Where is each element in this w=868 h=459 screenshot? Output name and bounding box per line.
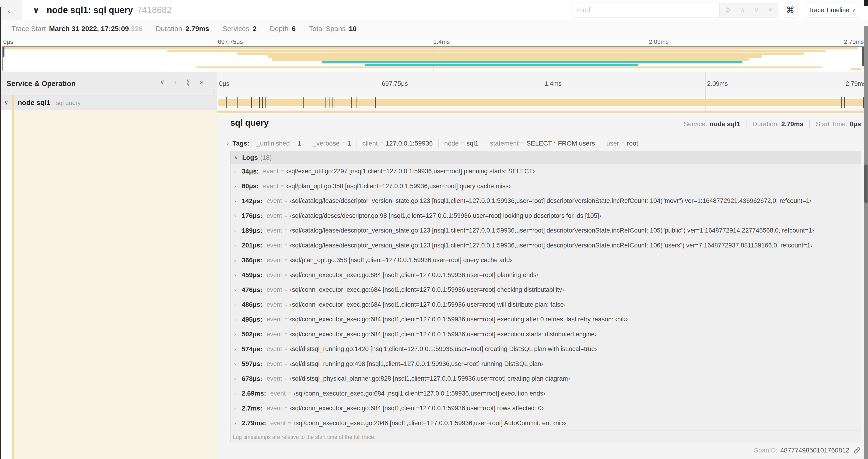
log-timestamp: 2.7ms: [242, 405, 262, 412]
minimap-span-bar [237, 53, 804, 55]
span-row-timeline-cell [217, 95, 868, 110]
expand-all-icon[interactable]: » [200, 79, 204, 86]
log-entry[interactable]: › 502μs: event = ‹sql/conn_executor_exec… [230, 327, 861, 342]
equals-sign: = [284, 316, 287, 323]
locate-icon[interactable] [724, 6, 731, 13]
log-field-key: event [263, 183, 278, 190]
log-entry[interactable]: › 142μs: event = ‹sql/catalog/lease/desc… [230, 194, 861, 208]
minimap-span-row [3, 47, 864, 50]
page-header: ← ∨ node sql1: sql query7418682 ∧ ∨ ✕ ⌘ … [0, 0, 868, 20]
collapse-all-icon[interactable]: ∨∨ [186, 79, 190, 86]
tag: user = root [600, 139, 644, 147]
equals-sign: = [284, 257, 287, 263]
equals-sign: = [284, 227, 287, 234]
chevron-down-icon: ∨ [234, 155, 238, 161]
log-entry[interactable]: › 2.79ms: event = ‹sql/conn_executor_exe… [230, 416, 861, 431]
equals-sign: = [284, 213, 287, 219]
span-bar[interactable] [218, 99, 865, 106]
scrollbar-thumb[interactable] [864, 164, 868, 203]
log-timestamp: 459μs: [242, 271, 262, 279]
log-timestamp: 142μs: [242, 197, 262, 205]
find-tools: ∧ ∨ ✕ [719, 3, 778, 17]
span-row-labels: node sql1 sql query [18, 99, 81, 107]
tag-key: statement [490, 140, 519, 147]
tags-toggle-row[interactable]: › Tags: _unfinished = 1 _verbose = 1 cli… [227, 137, 861, 150]
minimap-right-scrubber[interactable] [862, 47, 864, 66]
service-name: node sql1 [18, 99, 51, 107]
clear-search-icon[interactable]: ✕ [768, 6, 773, 14]
meta-value: node sql1 [710, 120, 740, 128]
find-input[interactable] [571, 3, 719, 17]
log-entry[interactable]: › 597μs: event = ‹sql/distsql_running.go… [230, 357, 861, 371]
trace-view-selector[interactable]: Trace Timeline ∨ [803, 3, 861, 18]
ruler-tick: 2.09ms [705, 80, 728, 88]
log-field-key: event [267, 257, 282, 264]
equals-sign: = [284, 346, 287, 352]
tag-key: node [444, 140, 459, 147]
chevron-down-icon[interactable]: ∨ [4, 99, 8, 106]
next-result-icon[interactable]: ∨ [754, 6, 759, 14]
log-field-value: ‹sql/conn_executor_exec.go:684 [nsql1,cl… [290, 286, 564, 293]
span-row-name-cell[interactable]: ∨ node sql1 sql query [0, 95, 217, 110]
minimap-span-row [3, 66, 864, 68]
tag: client = 127.0.0.1:59936 [356, 139, 438, 147]
chevron-right-icon: › [234, 198, 242, 204]
minimap-canvas[interactable] [2, 46, 864, 71]
log-entry[interactable]: › 80μs: event = ‹sql/plan_opt.go:358 [ns… [230, 179, 861, 194]
collapse-one-icon[interactable]: ∨ [160, 79, 164, 86]
log-entry[interactable]: › 574μs: event = ‹sql/distsql_running.go… [230, 342, 861, 357]
log-entry[interactable]: › 486μs: event = ‹sql/conn_executor_exec… [230, 297, 861, 312]
minimap-span-bar [365, 64, 638, 66]
log-timestamp: 189μs: [242, 227, 262, 234]
log-entry[interactable]: › 176μs: event = ‹sql/catalog/descs/desc… [230, 208, 861, 223]
equals-sign: = [521, 140, 524, 147]
vertical-scrollbar[interactable] [864, 26, 868, 459]
log-entry[interactable]: › 2.69ms: event = ‹sql/conn_executor_exe… [230, 386, 861, 401]
trace-id: 7418682 [137, 5, 172, 15]
log-entry[interactable]: › 34μs: event = ‹sql/exec_util.go:2297 [… [230, 164, 861, 179]
log-field-value: ‹sql/conn_executor_exec.go:684 [nsql1,cl… [290, 301, 566, 308]
log-entry[interactable]: › 459μs: event = ‹sql/conn_executor_exec… [230, 268, 861, 283]
deep-link-icon[interactable] [853, 447, 861, 454]
expand-one-icon[interactable]: › [174, 79, 177, 86]
span-id-label: SpanID: [754, 447, 777, 454]
minimap-span-row [3, 53, 864, 55]
window-left-edge [0, 7, 1, 459]
equals-sign: = [288, 390, 291, 397]
tag: statement = SELECT * FROM users [484, 139, 600, 147]
log-timestamp: 597μs: [242, 360, 262, 368]
back-button[interactable]: ← [0, 0, 22, 20]
chevron-right-icon: › [234, 169, 242, 174]
chevron-right-icon: › [234, 258, 242, 263]
log-entry[interactable]: › 678μs: event = ‹sql/distsql_physical_p… [230, 371, 861, 386]
minimap-span-row [3, 61, 864, 63]
prev-result-icon[interactable]: ∧ [740, 6, 745, 14]
column-resizer-handle[interactable]: || [213, 88, 215, 94]
trace-title-collapse-toggle[interactable]: ∨ [33, 5, 39, 15]
log-field-value: ‹sql/distsql_running.go:498 [nsql1,clien… [290, 360, 543, 368]
equals-sign: = [284, 198, 287, 204]
back-arrow-icon: ← [6, 4, 16, 16]
log-timestamp: 476μs: [242, 286, 262, 294]
tag-key: _verbose [313, 140, 340, 147]
log-entry[interactable]: › 495μs: event = ‹sql/conn_executor_exec… [230, 312, 861, 327]
log-entry[interactable]: › 2.7ms: event = ‹sql/conn_executor_exec… [230, 401, 861, 416]
chevron-right-icon: › [234, 331, 242, 337]
log-field-key: event [270, 420, 286, 427]
equals-sign: = [281, 183, 284, 189]
log-field-value: ‹sql/conn_executor_exec.go:684 [nsql1,cl… [290, 405, 544, 412]
log-entry[interactable]: › 366μs: event = ‹sql/plan_opt.go:358 [n… [230, 253, 861, 268]
summary-label: Total Spans [309, 25, 346, 33]
equals-sign: = [284, 302, 287, 308]
log-entry[interactable]: › 476μs: event = ‹sql/conn_executor_exec… [230, 283, 861, 297]
minimap-left-scrubber[interactable] [3, 47, 4, 57]
logs-header[interactable]: ∨ Logs (18) [230, 151, 861, 164]
chevron-right-icon: › [234, 228, 242, 233]
log-entry[interactable]: › 189μs: event = ‹sql/catalog/lease/desc… [230, 223, 861, 238]
log-entry[interactable]: › 201μs: event = ‹sql/catalog/lease/desc… [230, 238, 861, 253]
keyboard-shortcuts-button[interactable]: ⌘ [783, 3, 798, 18]
tag: _unfinished = 1 [251, 139, 307, 147]
summary-item: Trace Start March 31 2022, 17:25:09 .326 [5, 25, 149, 33]
tag-key: _unfinished [256, 140, 290, 147]
log-timestamp: 495μs: [242, 316, 262, 323]
